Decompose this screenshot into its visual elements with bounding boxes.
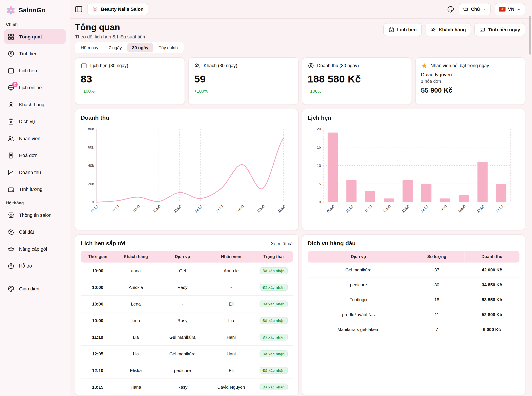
- sidebar-item-label: Lịch online: [19, 85, 42, 90]
- appointments-button[interactable]: Lịch hẹn: [384, 23, 422, 36]
- appointment-row: 10:00AnicklaRasy-Đã xác nhận: [81, 279, 293, 296]
- sidebar-item-online-booking[interactable]: 2Lịch online: [4, 80, 66, 95]
- column-header: Số lượng: [409, 251, 464, 262]
- app-window: SalonGo ChínhTổng quátTính tiềnLịch hẹn2…: [0, 0, 532, 396]
- people-icon: [8, 135, 15, 142]
- range-tab-7d[interactable]: 7 ngày: [104, 43, 127, 52]
- locale-label: VN: [508, 7, 514, 12]
- role-dropdown[interactable]: Chủ: [459, 3, 491, 15]
- scrollbar-thumb[interactable]: [529, 16, 531, 55]
- range-tab-today[interactable]: Hôm nay: [76, 43, 103, 52]
- sidebar-toggle-icon[interactable]: [74, 5, 83, 14]
- sidebar-item-services[interactable]: Dịch vụ: [4, 114, 66, 129]
- sidebar-item-label: Tính tiền: [19, 51, 38, 56]
- view-all-link[interactable]: Xem tất cả: [271, 241, 292, 246]
- sidebar-item-salon-info[interactable]: Thông tin salon: [4, 208, 66, 222]
- button-label: Khách hàng: [439, 27, 466, 32]
- upcoming-appointments-card: Lịch hẹn sắp tới Xem tất cả Thời gianKhá…: [75, 234, 298, 396]
- appointment-status: Đã xác nhận: [254, 296, 293, 312]
- appointment-cell: Rasy: [157, 312, 208, 329]
- customers-button[interactable]: Khách hàng: [425, 23, 471, 36]
- locale-dropdown[interactable]: ★ VN: [495, 3, 525, 15]
- receipt-icon: [8, 152, 15, 159]
- calendar-icon: [81, 62, 87, 69]
- crown-icon: [8, 245, 15, 252]
- status-badge: Đã xác nhận: [259, 317, 287, 324]
- sidebar-item-customers[interactable]: Khách hàng: [4, 97, 66, 112]
- card-icon: [479, 27, 485, 32]
- sidebar-item-invoices[interactable]: Hoá đơn: [4, 148, 66, 163]
- range-tabs: Hôm nay7 ngày30 ngàyTùy chỉnh: [75, 42, 183, 53]
- appointment-row: 13:15HanaRasyDavid NguyenĐã xác nhận: [81, 379, 293, 396]
- service-name: Footlogix: [308, 292, 409, 307]
- sidebar-item-payroll[interactable]: Tính lương: [4, 182, 66, 197]
- service-quantity: 11: [409, 307, 464, 322]
- stat-value: 83: [81, 73, 179, 85]
- sidebar-item-label: Khách hàng: [19, 102, 44, 107]
- button-label: Tính tiền ngay: [488, 27, 520, 32]
- appointment-cell: Lia: [115, 346, 157, 362]
- appointment-status: Đã xác nhận: [254, 379, 293, 396]
- appointment-cell: Eliska: [115, 362, 157, 379]
- appointment-status: Đã xác nhận: [254, 329, 293, 346]
- svg-text:17:00: 17:00: [476, 204, 485, 213]
- svg-text:11:00: 11:00: [363, 204, 372, 213]
- service-revenue: 42 000 Kč: [464, 262, 520, 277]
- salongo-logo-icon: [6, 6, 16, 15]
- range-tab-custom[interactable]: Tùy chỉnh: [154, 43, 182, 52]
- sidebar-item-label: Hỗ trợ: [19, 263, 32, 269]
- status-badge: Đã xác nhận: [259, 301, 287, 307]
- appointment-cell: Lena: [115, 296, 157, 312]
- checkout-button[interactable]: Tính tiền ngay: [474, 23, 525, 36]
- sidebar-item-label: Nhân viên: [19, 136, 40, 141]
- sidebar-item-label: Tổng quát: [19, 34, 42, 39]
- upcoming-title: Lịch hẹn sắp tới: [81, 240, 125, 247]
- appointment-cell: Hani: [208, 346, 254, 362]
- sidebar-item-support[interactable]: Hỗ trợ: [4, 258, 66, 273]
- sidebar-item-upgrade[interactable]: Nâng cấp gói: [4, 241, 66, 256]
- sidebar-item-appointments[interactable]: Lịch hẹn: [4, 63, 66, 78]
- sidebar-item-billing[interactable]: Tính tiền: [4, 46, 66, 61]
- service-revenue: 52 800 Kč: [464, 307, 520, 322]
- dollar-icon: [308, 62, 314, 69]
- dashboard-content: Tổng quan Theo dõi lịch hẹn & hiệu suất …: [70, 18, 532, 396]
- service-revenue: 53 550 Kč: [464, 292, 520, 307]
- revenue-chart-card: Doanh thu 020k40k60k80k09:0010:0011:0012…: [75, 109, 298, 230]
- column-header: Thời gian: [81, 251, 115, 262]
- appointment-cell: pedicure: [157, 362, 208, 379]
- sidebar-item-settings[interactable]: Cài đặt: [4, 225, 66, 239]
- salon-badge[interactable]: Beauty Nails Salon: [87, 3, 148, 15]
- appointment-status: Đã xác nhận: [254, 346, 293, 362]
- sidebar-item-overview[interactable]: Tổng quát: [4, 29, 66, 44]
- role-label: Chủ: [471, 7, 480, 12]
- stat-delta: +100%: [194, 88, 293, 94]
- svg-text:18:00: 18:00: [277, 204, 286, 213]
- appointment-row: 10:00annaGelAnna leĐã xác nhận: [81, 262, 293, 279]
- sidebar-item-staff[interactable]: Nhân viên: [4, 131, 66, 146]
- sidebar-item-label: Giao diện: [19, 286, 39, 291]
- featured-staff-amount: 55 900 Kč: [421, 87, 520, 94]
- sidebar-item-appearance[interactable]: Giao diện: [4, 281, 66, 296]
- stat-card-appointments: Lịch hẹn (30 ngày)83+100%: [75, 57, 185, 105]
- appointment-cell: -: [157, 296, 208, 312]
- service-row: Gel manikúra3742 000 Kč: [308, 262, 520, 277]
- sidebar-item-revenue[interactable]: Doanh thu: [4, 165, 66, 180]
- column-header: Doanh thu: [464, 251, 520, 262]
- sidebar-item-label: Tính lương: [19, 186, 42, 192]
- salon-badge-label: Beauty Nails Salon: [101, 6, 144, 12]
- theme-palette-icon[interactable]: [447, 5, 455, 13]
- svg-text:12:00: 12:00: [152, 204, 161, 213]
- top-services-title: Dịch vụ hàng đầu: [308, 240, 356, 247]
- brand[interactable]: SalonGo: [4, 4, 66, 18]
- appointment-status: Đã xác nhận: [254, 279, 293, 296]
- column-header: Trạng thái: [254, 251, 293, 262]
- service-name: Gel manikúra: [308, 262, 409, 277]
- appointment-cell: Anickla: [115, 279, 157, 296]
- service-name: prodlužování řas: [308, 307, 409, 322]
- featured-staff-name: David Nguyen: [421, 72, 520, 77]
- range-tab-30d[interactable]: 30 ngày: [127, 43, 153, 52]
- appointment-cell: Rasy: [157, 379, 208, 396]
- column-header: Khách hàng: [115, 251, 157, 262]
- calendar-icon: [8, 67, 15, 74]
- stat-card-featured-staff: Nhân viên nổi bật trong ngày David Nguye…: [415, 57, 525, 105]
